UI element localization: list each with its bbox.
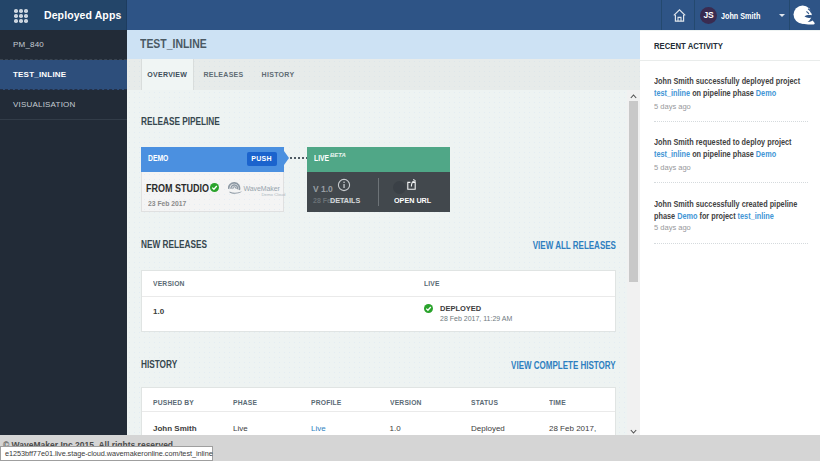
svg-text:WaveMaker: WaveMaker — [243, 184, 280, 191]
svg-text:Demo Cloud: Demo Cloud — [261, 192, 285, 197]
